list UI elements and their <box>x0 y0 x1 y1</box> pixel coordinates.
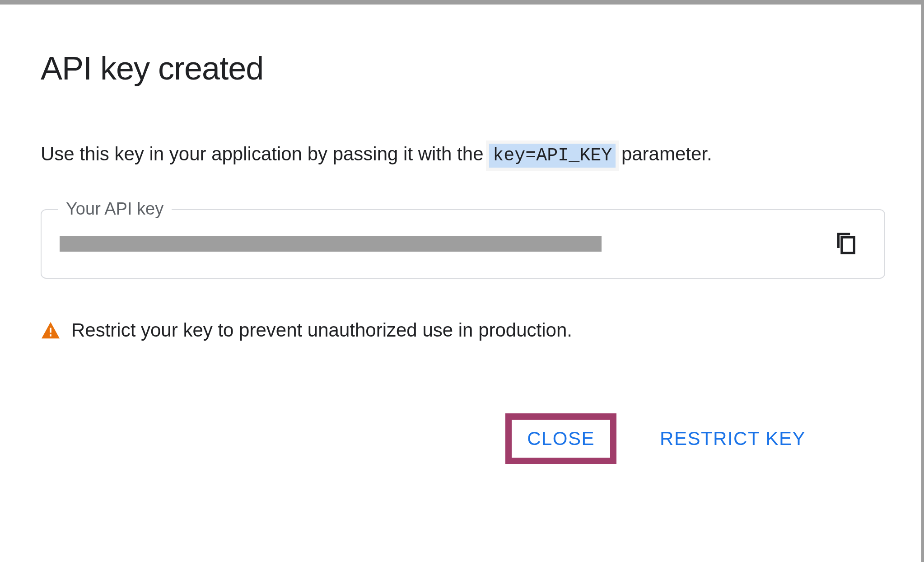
warning-icon <box>41 321 61 339</box>
dialog-actions: CLOSE RESTRICT KEY <box>41 413 885 464</box>
svg-rect-1 <box>50 328 51 333</box>
warning-row: Restrict your key to prevent unauthorize… <box>41 319 885 341</box>
copy-button[interactable] <box>835 233 857 255</box>
dialog-content: API key created Use this key in your app… <box>0 5 921 491</box>
warning-text: Restrict your key to prevent unauthorize… <box>71 319 572 341</box>
api-key-value-redacted[interactable] <box>60 236 602 252</box>
dialog-description: Use this key in your application by pass… <box>41 141 885 169</box>
api-key-label: Your API key <box>58 199 172 219</box>
close-button-highlight: CLOSE <box>505 413 616 464</box>
api-key-created-dialog: API key created Use this key in your app… <box>0 5 921 562</box>
copy-icon <box>836 231 856 257</box>
description-prefix: Use this key in your application by pass… <box>41 143 489 164</box>
restrict-key-button[interactable]: RESTRICT KEY <box>644 413 822 464</box>
description-code: key=API_KEY <box>489 143 616 168</box>
svg-rect-2 <box>50 334 51 337</box>
dialog-title: API key created <box>41 50 885 87</box>
close-button[interactable]: CLOSE <box>512 420 610 458</box>
svg-rect-0 <box>842 237 854 253</box>
api-key-field: Your API key <box>41 209 885 279</box>
description-suffix: parameter. <box>616 143 712 164</box>
